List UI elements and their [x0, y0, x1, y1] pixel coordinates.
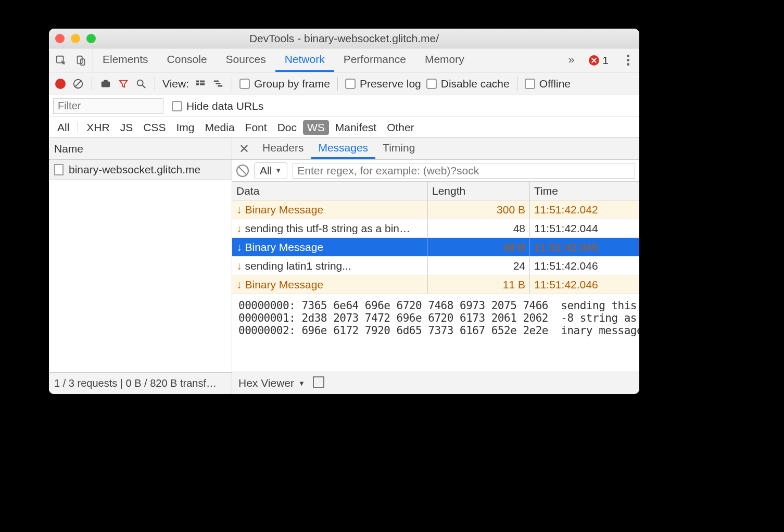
- type-filter-other[interactable]: Other: [383, 120, 419, 135]
- message-time: 11:51:42.045: [530, 238, 639, 256]
- window-title: DevTools - binary-websocket.glitch.me/: [49, 32, 639, 45]
- message-type-filter[interactable]: All ▼: [254, 162, 287, 179]
- document-icon: [54, 164, 64, 175]
- type-filter-media[interactable]: Media: [200, 120, 238, 135]
- messages-table-header: Data Length Time: [232, 182, 639, 200]
- tab-memory[interactable]: Memory: [415, 48, 474, 72]
- copy-button[interactable]: [313, 377, 326, 389]
- type-filter-css[interactable]: CSS: [139, 120, 170, 135]
- message-row[interactable]: ↓Binary Message300 B11:51:42.042: [232, 200, 639, 219]
- clear-messages-button[interactable]: [236, 164, 249, 177]
- message-time: 11:51:42.044: [530, 219, 639, 237]
- close-detail-button[interactable]: ✕: [236, 141, 252, 157]
- message-text: sending this utf-8 string as a bin…: [245, 222, 411, 235]
- message-row[interactable]: ↓Binary Message48 B11:51:42.045: [232, 238, 639, 257]
- message-length: 24: [428, 257, 530, 275]
- message-length: 11 B: [428, 275, 530, 294]
- panel-tabs-row: ElementsConsoleSourcesNetworkPerformance…: [49, 48, 639, 72]
- errors-count: 1: [602, 54, 609, 67]
- col-header-time[interactable]: Time: [530, 182, 639, 200]
- detail-pane: ✕ HeadersMessagesTiming All ▼ Data Lengt…: [232, 138, 639, 394]
- message-row[interactable]: ↓sending this utf-8 string as a bin…4811…: [232, 219, 639, 238]
- svg-rect-5: [102, 81, 110, 87]
- messages-rows: ↓Binary Message300 B11:51:42.042↓sending…: [232, 200, 639, 294]
- message-row[interactable]: ↓sending latin1 string...2411:51:42.046: [232, 257, 639, 275]
- detail-tab-timing[interactable]: Timing: [375, 138, 422, 159]
- detail-tab-headers[interactable]: Headers: [255, 138, 311, 159]
- tab-elements[interactable]: Elements: [93, 48, 158, 72]
- group-by-frame-checkbox[interactable]: Group by frame: [239, 78, 330, 90]
- requests-pane: Name binary-websocket.glitch.me 1 / 3 re…: [49, 138, 232, 394]
- type-filter-manifest[interactable]: Manifest: [331, 120, 381, 135]
- message-length: 48: [428, 219, 530, 237]
- request-name: binary-websocket.glitch.me: [69, 163, 200, 176]
- inspect-element-icon[interactable]: [52, 48, 70, 72]
- filter-input[interactable]: [53, 98, 163, 114]
- svg-rect-13: [214, 80, 219, 82]
- detail-tabs-row: ✕ HeadersMessagesTiming: [232, 138, 639, 160]
- view-label: View:: [162, 78, 189, 90]
- filter-toggle-icon[interactable]: [117, 78, 130, 90]
- tab-network[interactable]: Network: [275, 48, 334, 72]
- errors-badge[interactable]: 1: [589, 54, 609, 67]
- error-icon: [589, 55, 599, 66]
- preserve-log-checkbox[interactable]: Preserve log: [345, 78, 421, 90]
- more-panels-button[interactable]: »: [559, 48, 584, 72]
- type-filter-font[interactable]: Font: [241, 120, 271, 135]
- message-text: Binary Message: [245, 241, 324, 254]
- type-filter-all[interactable]: All: [53, 120, 73, 135]
- message-text: Binary Message: [245, 204, 324, 216]
- device-toolbar-icon[interactable]: [72, 48, 90, 72]
- message-text: sending latin1 string...: [245, 260, 351, 272]
- type-filter-js[interactable]: JS: [116, 120, 137, 135]
- type-filter-xhr[interactable]: XHR: [82, 120, 113, 135]
- detail-tab-messages[interactable]: Messages: [311, 138, 375, 159]
- messages-toolbar: All ▼: [232, 160, 639, 182]
- record-button[interactable]: [54, 78, 67, 90]
- network-toolbar: View: Group by frame Preserve log Disabl…: [49, 72, 639, 95]
- message-time: 11:51:42.042: [530, 200, 639, 219]
- message-row[interactable]: ↓Binary Message11 B11:51:42.046: [232, 275, 639, 294]
- waterfall-view-icon[interactable]: [212, 78, 224, 90]
- arrow-down-icon: ↓: [236, 204, 242, 216]
- titlebar: DevTools - binary-websocket.glitch.me/: [49, 29, 639, 48]
- name-column-header[interactable]: Name: [49, 138, 232, 160]
- hide-data-urls-checkbox[interactable]: Hide data URLs: [172, 100, 263, 112]
- type-filter-row: AllXHRJSCSSImgMediaFontDocWSManifestOthe…: [49, 117, 639, 138]
- svg-rect-14: [216, 83, 220, 84]
- search-icon[interactable]: [135, 78, 147, 90]
- tab-performance[interactable]: Performance: [334, 48, 415, 72]
- type-filter-doc[interactable]: Doc: [273, 120, 301, 135]
- hex-viewer-body[interactable]: 00000000: 7365 6e64 696e 6720 7468 6973 …: [232, 294, 639, 372]
- tab-console[interactable]: Console: [158, 48, 217, 72]
- message-text: Binary Message: [245, 278, 324, 291]
- clear-button[interactable]: [72, 78, 84, 90]
- content-area: Name binary-websocket.glitch.me 1 / 3 re…: [49, 138, 639, 394]
- svg-rect-1: [78, 56, 82, 64]
- col-header-length[interactable]: Length: [428, 182, 530, 200]
- svg-rect-10: [200, 80, 205, 82]
- svg-rect-15: [218, 85, 222, 86]
- viewer-bottom-bar: Hex Viewer ▼: [232, 372, 639, 394]
- disable-cache-checkbox[interactable]: Disable cache: [426, 78, 510, 90]
- chevron-down-icon: ▼: [275, 167, 282, 174]
- message-length: 48 B: [428, 238, 530, 256]
- type-filter-ws[interactable]: WS: [303, 120, 329, 135]
- request-row[interactable]: binary-websocket.glitch.me: [49, 160, 232, 180]
- capture-screenshot-icon[interactable]: [99, 78, 112, 90]
- settings-menu-button[interactable]: [622, 55, 634, 66]
- svg-rect-6: [104, 80, 107, 82]
- col-header-data[interactable]: Data: [232, 182, 428, 200]
- svg-rect-12: [200, 83, 205, 85]
- large-rows-icon[interactable]: [194, 78, 207, 90]
- svg-point-7: [137, 80, 143, 85]
- svg-rect-11: [196, 83, 199, 85]
- type-filter-img[interactable]: Img: [172, 120, 198, 135]
- viewer-selector[interactable]: Hex Viewer ▼: [238, 377, 305, 389]
- message-regex-input[interactable]: [293, 163, 635, 179]
- offline-checkbox[interactable]: Offline: [525, 78, 571, 90]
- arrow-down-icon: ↓: [236, 260, 242, 272]
- tab-sources[interactable]: Sources: [217, 48, 275, 72]
- svg-line-8: [143, 85, 146, 88]
- svg-rect-9: [196, 80, 199, 82]
